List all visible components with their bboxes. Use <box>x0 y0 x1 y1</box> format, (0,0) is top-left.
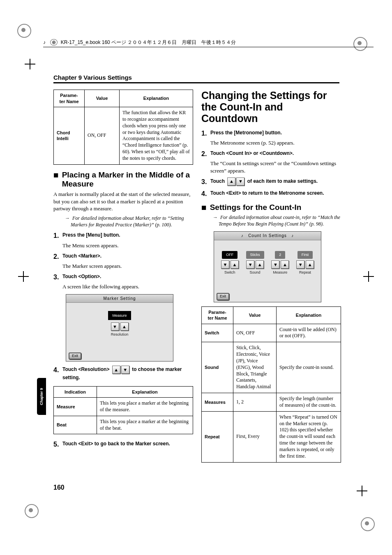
step4-text-a: Touch <Resolution> <box>62 367 111 373</box>
table-row: Switch ON, OFF Count-in will be added (O… <box>202 324 341 342</box>
down-icon[interactable]: ▼ <box>111 322 119 331</box>
print-registration-cross <box>357 486 367 496</box>
count-step-2-follow: The “Count In settings screen” or the “C… <box>210 160 341 174</box>
th-expl: Explanation <box>120 90 193 107</box>
count-in-param-table: Parame- ter Name Value Explanation Switc… <box>201 306 341 463</box>
fig-label-switch: Switch <box>224 270 235 275</box>
table-row: Chord Intelli ON, OFF The function that … <box>54 107 193 165</box>
th-value: Value <box>85 90 120 107</box>
marker-setting-figure: Marker Setting Measure ▼ ▲ Resolution Ex… <box>66 294 173 362</box>
up-icon[interactable]: ▲ <box>306 260 314 269</box>
count-step3-a: Touch <box>210 178 226 184</box>
step-4: 4. Touch <Resolution> ▲ ▼ to choose the … <box>53 366 193 382</box>
marker-section-heading: ■ Placing a Marker in the Middle of a Me… <box>53 170 193 189</box>
down-icon[interactable]: ▼ <box>221 260 229 269</box>
count-step3-b: of each item to make settings. <box>247 178 318 184</box>
fig-resolution-label: Resolution <box>69 332 170 337</box>
print-file-header-text: KR-17_15_e.book 160 ページ ２００４年１２月６日 月曜日 午… <box>61 39 236 45</box>
th-indication: Indication <box>54 386 97 398</box>
fig-label-measure: Measure <box>273 270 287 275</box>
step-3-follow: A screen like the following appears. <box>62 283 193 290</box>
step-2: 2. Touch <Marker>. <box>53 252 193 261</box>
fig-value-repeat: First <box>297 251 313 259</box>
up-icon[interactable]: ▲ <box>120 322 129 331</box>
running-head: Chapter 9 Various Settings <box>53 74 132 81</box>
indication-table: Indication Explanation Measure This lets… <box>53 386 193 435</box>
table-row: Beat This lets you place a marker at the… <box>54 416 193 434</box>
param-expl-cell: The function that allows the KR to recog… <box>120 107 193 165</box>
exit-button[interactable]: Exit <box>69 352 81 360</box>
th-expl: Explanation <box>277 306 341 324</box>
chord-intelli-table: Parame- ter Name Value Explanation Chord… <box>53 90 193 165</box>
down-arrow-icon[interactable]: ▼ <box>121 366 129 374</box>
count-step-1: 1. Press the [Metronome] button. <box>201 129 341 138</box>
page-number: 160 <box>53 484 65 491</box>
fig-value-measure: 2 <box>275 251 285 259</box>
print-file-header: ♪ ⊕ KR-17_15_e.book 160 ページ ２００４年１２月６日 月… <box>43 39 374 47</box>
count-step-1-follow: The Metronome screen (p. 52) appears. <box>210 139 341 146</box>
up-icon[interactable]: ▲ <box>281 260 289 269</box>
print-registration-cross <box>18 271 29 282</box>
down-icon[interactable]: ▼ <box>246 260 254 269</box>
param-value-cell: ON, OFF <box>85 107 120 165</box>
step-1-follow: The Menu screen appears. <box>62 242 193 249</box>
step-3: 3. Touch <Option>. <box>53 273 193 281</box>
count-step-2: 2. Touch <Count In> or <Countdown>. <box>201 150 341 158</box>
fig-label-repeat: Repeat <box>299 270 311 275</box>
fig-value-switch: OFF <box>222 251 238 259</box>
param-name-cell: Chord Intelli <box>54 107 85 165</box>
section-square-icon: ■ <box>53 170 59 189</box>
marker-xref-note: For detailed information about Marker, r… <box>65 215 193 228</box>
fig-col-sound: Sticks ▼▲ Sound <box>246 251 264 276</box>
th-explanation: Explanation <box>97 386 193 398</box>
fig-col-switch: OFF ▼▲ Switch <box>221 251 239 276</box>
section-square-icon: ■ <box>201 203 207 212</box>
fig-col-measure: 2 ▼▲ Measure <box>271 251 289 276</box>
step-5: 5. Touch <Exit> to go back to the Marker… <box>53 440 193 449</box>
fig-col-repeat: First ▼▲ Repeat <box>296 251 314 276</box>
step-2-follow: The Marker screen appears. <box>62 263 193 269</box>
down-icon[interactable]: ▼ <box>296 260 304 269</box>
exit-button[interactable]: Exit <box>217 293 229 300</box>
down-arrow-icon[interactable]: ▼ <box>236 177 244 186</box>
th-param: Parame- ter Name <box>54 90 85 107</box>
up-icon[interactable]: ▲ <box>256 260 264 269</box>
marker-intro: A marker is normally placed at the start… <box>53 191 193 212</box>
print-target-corner <box>361 517 375 531</box>
print-target-corner <box>17 24 31 38</box>
count-in-subheading: ■ Settings for the Count-In <box>201 203 341 212</box>
fig-value-sound: Sticks <box>246 251 264 259</box>
table-row: Measure This lets you place a marker at … <box>54 398 193 416</box>
fig-title-countin: Count In Settings <box>248 233 287 238</box>
table-row: Sound Stick, Click, Electronic, Voice (J… <box>202 342 341 393</box>
step-1: 1. Press the [Menu] button. <box>53 231 193 240</box>
fig-title-marker: Marker Setting <box>103 296 136 301</box>
table-row: Repeat First, Every When “Repeat” is tur… <box>202 411 341 462</box>
print-registration-cross <box>363 271 374 282</box>
th-value: Value <box>233 306 277 324</box>
count-in-xref-note: For detailed information about count-in,… <box>213 214 341 228</box>
chapter-thumb-label: Chapter 9 <box>37 378 46 415</box>
fig-label-sound: Sound <box>250 270 261 275</box>
heavy-rule <box>53 82 339 83</box>
up-arrow-icon[interactable]: ▲ <box>227 177 235 186</box>
fig-measure-value: Measure <box>108 311 131 320</box>
up-arrow-icon[interactable]: ▲ <box>112 366 120 374</box>
up-icon[interactable]: ▲ <box>231 260 239 269</box>
print-registration-cross <box>25 59 35 69</box>
down-icon[interactable]: ▼ <box>271 260 279 269</box>
chapter-thumb-tab: Chapter 9 <box>37 378 46 415</box>
count-step-3: 3. Touch ▲ ▼ of each item to make settin… <box>201 177 341 186</box>
th-param: Parame- ter Name <box>202 306 233 324</box>
count-in-settings-figure: ♪ Count In Settings ♪ OFF ▼▲ Switch Stic… <box>214 231 321 302</box>
count-step-4: 4. Touch <Exit> to return to the Metrono… <box>201 189 341 198</box>
table-row: Measures 1, 2 Specify the length (number… <box>202 393 341 412</box>
print-target-corner <box>25 504 39 518</box>
count-section-heading: Changing the Settings for the Count-In a… <box>201 90 341 124</box>
